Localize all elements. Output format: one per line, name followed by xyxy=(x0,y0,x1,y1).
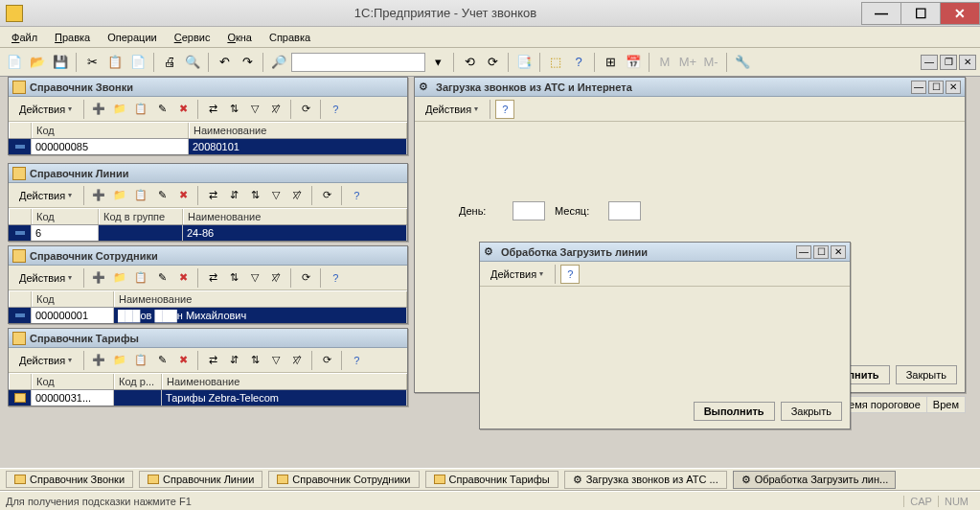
refresh-icon[interactable]: ⟳ xyxy=(296,268,315,288)
address-input[interactable] xyxy=(291,53,425,72)
child-minimize[interactable]: — xyxy=(796,245,811,259)
edit-icon[interactable]: ✎ xyxy=(152,186,171,205)
m-icon[interactable]: M xyxy=(654,52,675,73)
clear-filter-icon[interactable]: ▽̸ xyxy=(266,268,285,288)
help2-icon[interactable]: ? xyxy=(495,100,514,119)
copy-row-icon[interactable]: 📋 xyxy=(131,351,150,370)
mdi-restore[interactable]: ❐ xyxy=(940,55,957,70)
delete-icon[interactable]: ✖ xyxy=(173,351,193,370)
nav1-icon[interactable]: ⟲ xyxy=(459,52,480,73)
child-maximize[interactable]: ☐ xyxy=(928,81,944,94)
hierarchy-icon[interactable]: ⇵ xyxy=(224,186,243,205)
add-folder-icon[interactable]: 📁 xyxy=(110,186,129,205)
copy-row-icon[interactable]: 📋 xyxy=(131,100,150,119)
table-row[interactable]: 000000001 ███ов ███н Михайлович xyxy=(9,308,407,323)
paste-icon[interactable]: 📄 xyxy=(127,52,148,73)
clear-filter-icon[interactable]: ▽̸ xyxy=(287,351,307,370)
menu-service[interactable]: Сервис xyxy=(169,30,217,45)
filter-icon[interactable]: ▽ xyxy=(266,351,285,370)
actions-button[interactable]: Действия xyxy=(12,187,79,204)
clear-filter-icon[interactable]: ▽̸ xyxy=(266,100,285,119)
copy-row-icon[interactable]: 📋 xyxy=(131,268,150,288)
calc-icon[interactable]: ⊞ xyxy=(600,52,621,73)
find-icon[interactable]: 🔎 xyxy=(268,52,289,73)
day-input[interactable] xyxy=(513,201,545,220)
month-input[interactable] xyxy=(608,201,641,220)
minimize-button[interactable]: — xyxy=(861,2,901,25)
actions-button[interactable]: Действия xyxy=(12,352,79,369)
delete-icon[interactable]: ✖ xyxy=(173,100,193,119)
execute-button[interactable]: Выполнить xyxy=(694,402,775,421)
filter-icon[interactable]: ▽ xyxy=(245,100,264,119)
actions-button[interactable]: Действия xyxy=(12,269,79,287)
help2-icon[interactable]: ? xyxy=(347,351,366,370)
col-code[interactable]: Код xyxy=(32,123,189,138)
filter-icon[interactable]: ▽ xyxy=(245,268,264,288)
menu-edit[interactable]: Правка xyxy=(49,30,96,45)
sort-icon[interactable]: ⇅ xyxy=(224,268,243,288)
add-icon[interactable]: ➕ xyxy=(89,100,108,119)
clear-filter-icon[interactable]: ▽̸ xyxy=(287,186,307,205)
task-load-lines[interactable]: ⚙Обработка Загрузить лин... xyxy=(733,471,896,489)
copy-icon[interactable]: 📋 xyxy=(104,52,125,73)
move-icon[interactable]: ⇄ xyxy=(203,351,222,370)
task-calls[interactable]: Справочник Звонки xyxy=(6,471,133,488)
edit-icon[interactable]: ✎ xyxy=(152,351,171,370)
child-minimize[interactable]: — xyxy=(911,81,926,94)
hierarchy-icon[interactable]: ⇵ xyxy=(224,351,243,370)
help-icon[interactable]: ? xyxy=(568,52,589,73)
refresh-icon[interactable]: ⟳ xyxy=(317,186,336,205)
task-employees[interactable]: Справочник Сотрудники xyxy=(268,471,419,488)
help2-icon[interactable]: ? xyxy=(560,265,580,284)
print-icon[interactable]: 🖨 xyxy=(159,52,180,73)
child-maximize[interactable]: ☐ xyxy=(813,245,829,259)
refresh-icon[interactable]: ⟳ xyxy=(296,100,315,119)
child-close[interactable]: ✕ xyxy=(946,81,961,94)
save-icon[interactable]: 💾 xyxy=(50,52,71,73)
help2-icon[interactable]: ? xyxy=(326,100,345,119)
mminus-icon[interactable]: M- xyxy=(700,52,721,73)
open-icon[interactable]: 📂 xyxy=(27,52,48,73)
col-name[interactable]: Наименование xyxy=(189,123,407,138)
add-icon[interactable]: ➕ xyxy=(89,268,108,288)
close-button[interactable]: ✕ xyxy=(940,2,980,25)
table-row[interactable]: 00000031... Тарифы Zebra-Telecom xyxy=(9,390,407,406)
table-row[interactable]: 6 24-86 xyxy=(9,225,407,241)
menu-help[interactable]: Справка xyxy=(263,30,316,45)
sort-icon[interactable]: ⇅ xyxy=(245,186,264,205)
preview-icon[interactable]: 🔍 xyxy=(182,52,203,73)
refresh-icon[interactable]: ⟳ xyxy=(317,351,336,370)
tools-icon[interactable]: 🔧 xyxy=(732,52,753,73)
close-button[interactable]: Закрыть xyxy=(781,402,842,421)
mdi-close[interactable]: ✕ xyxy=(959,55,976,70)
hierarchy-icon[interactable]: ⇄ xyxy=(203,100,222,119)
mplus-icon[interactable]: M+ xyxy=(677,52,698,73)
new-icon[interactable]: 📄 xyxy=(4,52,25,73)
cut-icon[interactable]: ✂ xyxy=(81,52,103,73)
delete-icon[interactable]: ✖ xyxy=(173,268,193,288)
add-folder-icon[interactable]: 📁 xyxy=(110,268,129,288)
add-icon[interactable]: ➕ xyxy=(89,186,108,205)
table-row[interactable]: 000000085 20080101 xyxy=(9,139,407,154)
undo-icon[interactable]: ↶ xyxy=(214,52,235,73)
maximize-button[interactable]: ☐ xyxy=(900,2,941,25)
close-button[interactable]: Закрыть xyxy=(896,365,957,384)
sort-icon[interactable]: ⇅ xyxy=(224,100,243,119)
edit-icon[interactable]: ✎ xyxy=(152,100,171,119)
help2-icon[interactable]: ? xyxy=(347,186,366,205)
add-folder-icon[interactable]: 📁 xyxy=(110,351,129,370)
add-folder-icon[interactable]: 📁 xyxy=(110,100,129,119)
config-icon[interactable]: ⬚ xyxy=(545,52,566,73)
dropdown-icon[interactable]: ▾ xyxy=(427,52,448,73)
menu-operations[interactable]: Операции xyxy=(102,30,162,45)
hierarchy-icon[interactable]: ⇄ xyxy=(203,268,222,288)
actions-button[interactable]: Действия xyxy=(419,101,485,118)
copy-row-icon[interactable]: 📋 xyxy=(131,186,150,205)
actions-button[interactable]: Действия xyxy=(12,101,79,118)
help2-icon[interactable]: ? xyxy=(326,268,345,288)
delete-icon[interactable]: ✖ xyxy=(173,186,193,205)
actions-button[interactable]: Действия xyxy=(484,266,550,283)
add-icon[interactable]: ➕ xyxy=(89,351,108,370)
sort-icon[interactable]: ⇅ xyxy=(245,351,264,370)
task-tariffs[interactable]: Справочник Тарифы xyxy=(425,471,558,488)
